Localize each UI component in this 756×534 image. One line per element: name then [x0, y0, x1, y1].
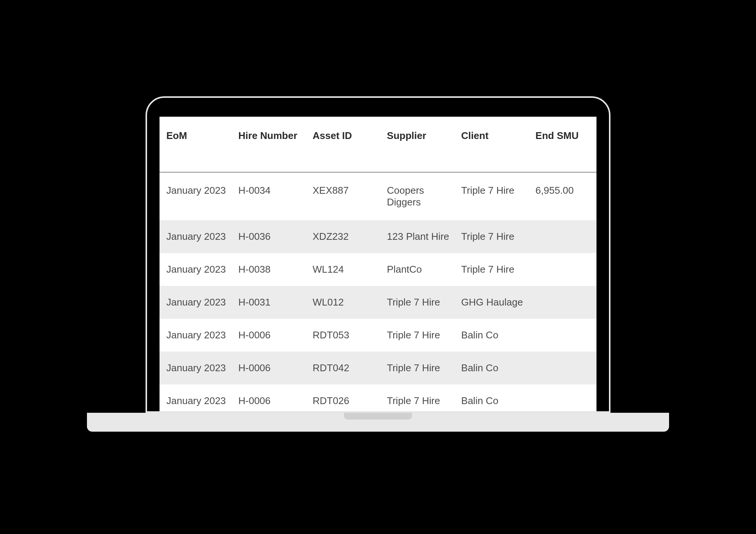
cell-end-smu: 6,955.00: [531, 172, 596, 220]
table-row[interactable]: January 2023 H-0031 WL012 Triple 7 Hire …: [160, 286, 596, 319]
cell-hire-number: H-0006: [234, 352, 308, 384]
cell-supplier: 123 Plant Hire: [383, 220, 457, 253]
table-row[interactable]: January 2023 H-0006 RDT053 Triple 7 Hire…: [160, 319, 596, 352]
laptop-mockup: EoM Hire Number Asset ID Supplier Client…: [146, 96, 610, 432]
cell-eom: January 2023: [160, 319, 234, 352]
cell-asset-id: RDT042: [308, 352, 383, 384]
cell-supplier: Triple 7 Hire: [383, 319, 457, 352]
header-asset-id[interactable]: Asset ID: [308, 117, 383, 172]
table-body: January 2023 H-0034 XEX887 Coopers Digge…: [160, 172, 596, 411]
header-eom[interactable]: EoM: [160, 117, 234, 172]
cell-asset-id: RDT026: [308, 384, 383, 411]
table-row[interactable]: January 2023 H-0006 RDT026 Triple 7 Hire…: [160, 384, 596, 411]
cell-hire-number: H-0006: [234, 384, 308, 411]
table-row[interactable]: January 2023 H-0034 XEX887 Coopers Digge…: [160, 172, 596, 220]
cell-end-smu: [531, 352, 596, 384]
cell-asset-id: WL124: [308, 253, 383, 286]
cell-eom: January 2023: [160, 352, 234, 384]
cell-end-smu: [531, 319, 596, 352]
table-row[interactable]: January 2023 H-0036 XDZ232 123 Plant Hir…: [160, 220, 596, 253]
cell-client: Balin Co: [457, 352, 531, 384]
cell-end-smu: [531, 253, 596, 286]
cell-asset-id: XEX887: [308, 172, 383, 220]
header-client[interactable]: Client: [457, 117, 531, 172]
cell-supplier: Coopers Diggers: [383, 172, 457, 220]
cell-hire-number: H-0034: [234, 172, 308, 220]
cell-eom: January 2023: [160, 220, 234, 253]
cell-end-smu: [531, 220, 596, 253]
cell-end-smu: [531, 384, 596, 411]
header-supplier[interactable]: Supplier: [383, 117, 457, 172]
cell-eom: January 2023: [160, 286, 234, 319]
cell-client: Balin Co: [457, 319, 531, 352]
cell-eom: January 2023: [160, 384, 234, 411]
cell-supplier: Triple 7 Hire: [383, 384, 457, 411]
table-header-row: EoM Hire Number Asset ID Supplier Client…: [160, 117, 596, 172]
cell-supplier: Triple 7 Hire: [383, 352, 457, 384]
laptop-screen-bezel: EoM Hire Number Asset ID Supplier Client…: [146, 96, 610, 413]
cell-asset-id: RDT053: [308, 319, 383, 352]
laptop-notch: [344, 413, 412, 420]
header-hire-number[interactable]: Hire Number: [234, 117, 308, 172]
cell-end-smu: [531, 286, 596, 319]
cell-client: GHG Haulage: [457, 286, 531, 319]
cell-eom: January 2023: [160, 172, 234, 220]
cell-hire-number: H-0036: [234, 220, 308, 253]
hire-data-table: EoM Hire Number Asset ID Supplier Client…: [160, 117, 596, 411]
header-end-smu[interactable]: End SMU: [531, 117, 596, 172]
cell-supplier: PlantCo: [383, 253, 457, 286]
cell-client: Balin Co: [457, 384, 531, 411]
laptop-screen-content: EoM Hire Number Asset ID Supplier Client…: [160, 117, 596, 411]
cell-hire-number: H-0038: [234, 253, 308, 286]
cell-client: Triple 7 Hire: [457, 253, 531, 286]
cell-client: Triple 7 Hire: [457, 220, 531, 253]
cell-hire-number: H-0031: [234, 286, 308, 319]
cell-asset-id: WL012: [308, 286, 383, 319]
cell-eom: January 2023: [160, 253, 234, 286]
laptop-base: [87, 413, 669, 432]
cell-supplier: Triple 7 Hire: [383, 286, 457, 319]
table-row[interactable]: January 2023 H-0006 RDT042 Triple 7 Hire…: [160, 352, 596, 384]
cell-hire-number: H-0006: [234, 319, 308, 352]
table-row[interactable]: January 2023 H-0038 WL124 PlantCo Triple…: [160, 253, 596, 286]
cell-client: Triple 7 Hire: [457, 172, 531, 220]
cell-asset-id: XDZ232: [308, 220, 383, 253]
